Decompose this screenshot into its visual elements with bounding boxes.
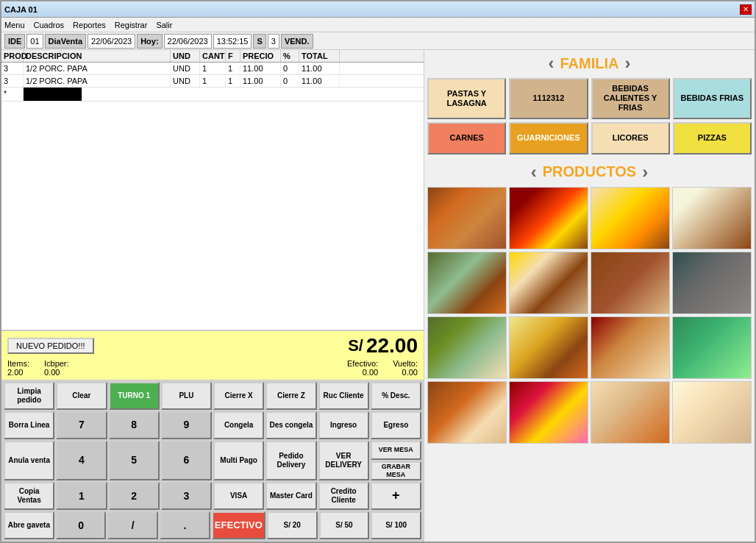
familia-item-carnes[interactable]: CARNES (427, 122, 506, 155)
egreso-button[interactable]: Egreso (371, 411, 421, 439)
producto-item[interactable] (427, 252, 507, 314)
familia-item-1112312[interactable]: 1112312 (509, 78, 588, 119)
s50-button[interactable]: S/ 50 (319, 511, 370, 539)
producto-item[interactable] (427, 316, 507, 379)
producto-item[interactable] (427, 381, 507, 444)
td-f-1: 1 (226, 63, 240, 74)
clear-button[interactable]: Clear (56, 382, 107, 410)
key-8[interactable]: 8 (109, 411, 160, 439)
master-card-button[interactable]: Master Card (265, 482, 316, 510)
items-value: 2.00 (7, 368, 29, 377)
abre-gaveta-button[interactable]: Abre gaveta (4, 511, 54, 539)
familia-item-bebidas-frias[interactable]: BEBIDAS FRIAS (673, 78, 752, 119)
ruc-cliente-button[interactable]: Ruc Cliente (318, 382, 369, 410)
producto-item[interactable] (509, 316, 588, 379)
time-value: 13:52:15 (213, 34, 252, 49)
plus-button[interactable]: + (371, 482, 421, 510)
key-1[interactable]: 1 (56, 482, 107, 510)
ide-value: 01 (26, 34, 43, 49)
ingreso-button[interactable]: Ingreso (318, 411, 369, 439)
plu-button[interactable]: PLU (161, 382, 212, 410)
copia-ventas-button[interactable]: Copia Ventas (4, 482, 54, 510)
key-6[interactable]: 6 (161, 441, 212, 480)
td-desc-2: 1/2 PORC. PAPA (24, 75, 171, 87)
credito-cliente-button[interactable]: Credito Cliente (318, 482, 369, 510)
familia-item-pastas[interactable]: PASTAS Y LASAGNA (427, 78, 506, 119)
familia-next-button[interactable]: › (625, 53, 631, 74)
menu-bar: Menu Cuadros Reportes Registrar Salir (1, 18, 755, 32)
menu-cuadros[interactable]: Cuadros (34, 21, 65, 29)
key-7[interactable]: 7 (56, 411, 107, 439)
s20-button[interactable]: S/ 20 (267, 511, 318, 539)
nuevo-pedido-button[interactable]: NUEVO PEDIDO!!! (7, 338, 94, 354)
producto-item[interactable] (672, 316, 752, 379)
s-label: S (253, 34, 265, 49)
key-5[interactable]: 5 (109, 441, 160, 480)
congela-button[interactable]: Congela (213, 411, 264, 439)
producto-item[interactable] (672, 187, 752, 249)
familia-title: FAMILIA (560, 55, 619, 72)
key-slash[interactable]: / (107, 511, 158, 539)
key-dot[interactable]: . (160, 511, 210, 539)
producto-item[interactable] (672, 252, 752, 314)
producto-item[interactable] (591, 252, 670, 314)
producto-item[interactable] (591, 381, 670, 444)
key-3[interactable]: 3 (161, 482, 212, 510)
key-2[interactable]: 2 (109, 482, 160, 510)
multi-pago-button[interactable]: Multi Pago (213, 441, 264, 480)
cierre-x-button[interactable]: Cierre X (213, 382, 264, 410)
producto-item[interactable] (591, 316, 670, 379)
s100-button[interactable]: S/ 100 (371, 511, 421, 539)
icbper-label: Icbper: (44, 359, 69, 368)
key-4[interactable]: 4 (56, 441, 107, 480)
familia-item-guarniciones[interactable]: GUARNICIONES (509, 122, 588, 155)
familia-prev-button[interactable]: ‹ (549, 53, 554, 74)
descongela-button[interactable]: Des congela (265, 411, 316, 439)
main-content: PROD DESCRIPCION UND CANT F PRECIO % TOT… (1, 50, 755, 542)
productos-next-button[interactable]: › (642, 162, 648, 182)
anula-venta-button[interactable]: Anula venta (4, 441, 54, 480)
familia-grid: PASTAS Y LASAGNA 1112312 BEBIDAS CALIENT… (427, 78, 752, 155)
menu-salir[interactable]: Salir (156, 21, 172, 29)
left-panel: PROD DESCRIPCION UND CANT F PRECIO % TOT… (1, 50, 424, 542)
key-0[interactable]: 0 (56, 511, 107, 539)
productos-grid (427, 187, 752, 444)
ver-delivery-button[interactable]: VER DELIVERY (318, 441, 369, 480)
visa-button[interactable]: VISA (213, 482, 264, 510)
turno-button[interactable]: TURNO 1 (109, 382, 160, 410)
producto-item[interactable] (509, 187, 588, 249)
td-input[interactable] (24, 88, 82, 101)
menu-registrar[interactable]: Registrar (115, 21, 148, 29)
cierre-z-button[interactable]: Cierre Z (265, 382, 316, 410)
limpia-pedido-button[interactable]: Limpia pedido (4, 382, 54, 410)
grabar-mesa-button[interactable]: GRABAR MESA (371, 461, 421, 480)
producto-item[interactable] (427, 187, 507, 249)
productos-prev-button[interactable]: ‹ (531, 162, 537, 182)
td-cant-2: 1 (200, 75, 226, 87)
table-row[interactable]: 3 1/2 PORC. PAPA UND 1 1 11.00 0 11.00 (1, 75, 424, 88)
td-desc-1: 1/2 PORC. PAPA (24, 63, 171, 74)
icbper-value: 0.00 (44, 368, 69, 377)
efectivo-sub: Efectivo: 0.00 (347, 359, 378, 377)
menu-reportes[interactable]: Reportes (73, 21, 106, 29)
total-area: NUEVO PEDIDO!!! S/ 22.00 Items: 2.00 Icb… (1, 330, 424, 380)
producto-item[interactable] (591, 187, 670, 249)
producto-item[interactable] (509, 252, 588, 314)
familia-item-licores[interactable]: LICORES (591, 122, 670, 155)
producto-item[interactable] (509, 381, 588, 444)
efectivo-button[interactable]: EFECTIVO (212, 511, 265, 539)
pedido-delivery-button[interactable]: Pedido Delivery (265, 441, 316, 480)
close-button[interactable]: ✕ (740, 4, 752, 15)
menu-menu[interactable]: Menu (4, 21, 25, 29)
key-9[interactable]: 9 (161, 411, 212, 439)
ver-mesa-button[interactable]: VER MESA (371, 441, 421, 460)
pct-desc-button[interactable]: % Desc. (371, 382, 421, 410)
borra-linea-button[interactable]: Borra Linea (4, 411, 54, 439)
familia-item-bebidas-cal[interactable]: BEBIDAS CALIENTES Y FRIAS (591, 78, 670, 119)
table-row-edit: * (1, 88, 424, 102)
familia-header: ‹ FAMILIA › (427, 53, 752, 74)
familia-item-pizzas[interactable]: PIZZAS (673, 122, 752, 155)
table-row[interactable]: 3 1/2 PORC. PAPA UND 1 1 11.00 0 11.00 (1, 63, 424, 75)
info-bar: IDE 01 DiaVenta 22/06/2023 Hoy: 22/06/20… (1, 32, 755, 50)
producto-item[interactable] (672, 381, 752, 444)
